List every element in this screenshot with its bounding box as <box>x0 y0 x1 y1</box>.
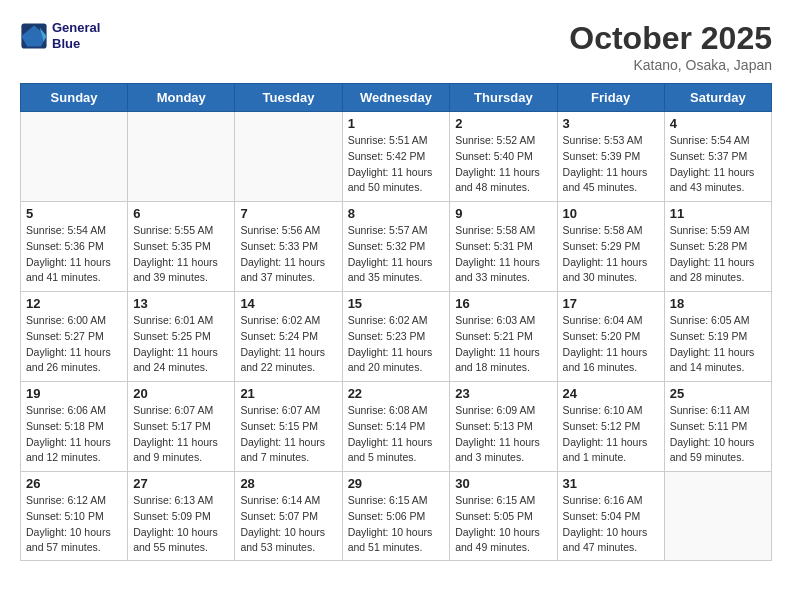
day-number: 2 <box>455 116 551 131</box>
calendar-cell: 9Sunrise: 5:58 AM Sunset: 5:31 PM Daylig… <box>450 202 557 292</box>
calendar-cell: 15Sunrise: 6:02 AM Sunset: 5:23 PM Dayli… <box>342 292 450 382</box>
calendar-cell: 18Sunrise: 6:05 AM Sunset: 5:19 PM Dayli… <box>664 292 771 382</box>
calendar-cell: 7Sunrise: 5:56 AM Sunset: 5:33 PM Daylig… <box>235 202 342 292</box>
calendar-week-row: 19Sunrise: 6:06 AM Sunset: 5:18 PM Dayli… <box>21 382 772 472</box>
calendar-cell: 3Sunrise: 5:53 AM Sunset: 5:39 PM Daylig… <box>557 112 664 202</box>
logo-line2: Blue <box>52 36 100 52</box>
day-info: Sunrise: 6:15 AM Sunset: 5:06 PM Dayligh… <box>348 493 445 556</box>
weekday-header-row: SundayMondayTuesdayWednesdayThursdayFrid… <box>21 84 772 112</box>
day-number: 21 <box>240 386 336 401</box>
day-info: Sunrise: 6:10 AM Sunset: 5:12 PM Dayligh… <box>563 403 659 466</box>
day-number: 29 <box>348 476 445 491</box>
calendar-cell: 8Sunrise: 5:57 AM Sunset: 5:32 PM Daylig… <box>342 202 450 292</box>
calendar-cell: 23Sunrise: 6:09 AM Sunset: 5:13 PM Dayli… <box>450 382 557 472</box>
logo-text: General Blue <box>52 20 100 51</box>
day-info: Sunrise: 6:01 AM Sunset: 5:25 PM Dayligh… <box>133 313 229 376</box>
day-info: Sunrise: 6:02 AM Sunset: 5:23 PM Dayligh… <box>348 313 445 376</box>
day-number: 22 <box>348 386 445 401</box>
calendar-cell <box>235 112 342 202</box>
day-info: Sunrise: 6:15 AM Sunset: 5:05 PM Dayligh… <box>455 493 551 556</box>
calendar-cell: 26Sunrise: 6:12 AM Sunset: 5:10 PM Dayli… <box>21 472 128 561</box>
day-info: Sunrise: 6:06 AM Sunset: 5:18 PM Dayligh… <box>26 403 122 466</box>
calendar-cell: 30Sunrise: 6:15 AM Sunset: 5:05 PM Dayli… <box>450 472 557 561</box>
day-info: Sunrise: 5:52 AM Sunset: 5:40 PM Dayligh… <box>455 133 551 196</box>
day-info: Sunrise: 5:53 AM Sunset: 5:39 PM Dayligh… <box>563 133 659 196</box>
day-info: Sunrise: 5:59 AM Sunset: 5:28 PM Dayligh… <box>670 223 766 286</box>
day-number: 23 <box>455 386 551 401</box>
calendar-cell: 1Sunrise: 5:51 AM Sunset: 5:42 PM Daylig… <box>342 112 450 202</box>
day-number: 19 <box>26 386 122 401</box>
day-info: Sunrise: 6:08 AM Sunset: 5:14 PM Dayligh… <box>348 403 445 466</box>
day-info: Sunrise: 6:04 AM Sunset: 5:20 PM Dayligh… <box>563 313 659 376</box>
calendar-cell: 6Sunrise: 5:55 AM Sunset: 5:35 PM Daylig… <box>128 202 235 292</box>
title-area: October 2025 Katano, Osaka, Japan <box>569 20 772 73</box>
day-info: Sunrise: 6:09 AM Sunset: 5:13 PM Dayligh… <box>455 403 551 466</box>
logo: General Blue <box>20 20 100 51</box>
day-info: Sunrise: 6:14 AM Sunset: 5:07 PM Dayligh… <box>240 493 336 556</box>
calendar-week-row: 12Sunrise: 6:00 AM Sunset: 5:27 PM Dayli… <box>21 292 772 382</box>
calendar-cell: 12Sunrise: 6:00 AM Sunset: 5:27 PM Dayli… <box>21 292 128 382</box>
page-header: General Blue October 2025 Katano, Osaka,… <box>20 20 772 73</box>
day-number: 24 <box>563 386 659 401</box>
day-number: 8 <box>348 206 445 221</box>
day-number: 11 <box>670 206 766 221</box>
calendar-week-row: 5Sunrise: 5:54 AM Sunset: 5:36 PM Daylig… <box>21 202 772 292</box>
day-number: 28 <box>240 476 336 491</box>
calendar-cell: 22Sunrise: 6:08 AM Sunset: 5:14 PM Dayli… <box>342 382 450 472</box>
weekday-header: Tuesday <box>235 84 342 112</box>
calendar-cell: 20Sunrise: 6:07 AM Sunset: 5:17 PM Dayli… <box>128 382 235 472</box>
day-info: Sunrise: 6:03 AM Sunset: 5:21 PM Dayligh… <box>455 313 551 376</box>
day-number: 6 <box>133 206 229 221</box>
logo-line1: General <box>52 20 100 36</box>
day-number: 14 <box>240 296 336 311</box>
day-number: 18 <box>670 296 766 311</box>
calendar-cell: 14Sunrise: 6:02 AM Sunset: 5:24 PM Dayli… <box>235 292 342 382</box>
weekday-header: Wednesday <box>342 84 450 112</box>
calendar-cell: 17Sunrise: 6:04 AM Sunset: 5:20 PM Dayli… <box>557 292 664 382</box>
day-number: 16 <box>455 296 551 311</box>
day-info: Sunrise: 6:07 AM Sunset: 5:15 PM Dayligh… <box>240 403 336 466</box>
day-info: Sunrise: 6:12 AM Sunset: 5:10 PM Dayligh… <box>26 493 122 556</box>
day-number: 4 <box>670 116 766 131</box>
calendar: SundayMondayTuesdayWednesdayThursdayFrid… <box>20 83 772 561</box>
day-number: 12 <box>26 296 122 311</box>
calendar-week-row: 26Sunrise: 6:12 AM Sunset: 5:10 PM Dayli… <box>21 472 772 561</box>
day-info: Sunrise: 5:58 AM Sunset: 5:31 PM Dayligh… <box>455 223 551 286</box>
day-info: Sunrise: 6:00 AM Sunset: 5:27 PM Dayligh… <box>26 313 122 376</box>
calendar-cell: 21Sunrise: 6:07 AM Sunset: 5:15 PM Dayli… <box>235 382 342 472</box>
day-number: 7 <box>240 206 336 221</box>
day-info: Sunrise: 6:07 AM Sunset: 5:17 PM Dayligh… <box>133 403 229 466</box>
day-info: Sunrise: 5:58 AM Sunset: 5:29 PM Dayligh… <box>563 223 659 286</box>
calendar-cell: 4Sunrise: 5:54 AM Sunset: 5:37 PM Daylig… <box>664 112 771 202</box>
day-number: 26 <box>26 476 122 491</box>
calendar-cell: 28Sunrise: 6:14 AM Sunset: 5:07 PM Dayli… <box>235 472 342 561</box>
calendar-cell: 29Sunrise: 6:15 AM Sunset: 5:06 PM Dayli… <box>342 472 450 561</box>
calendar-cell: 27Sunrise: 6:13 AM Sunset: 5:09 PM Dayli… <box>128 472 235 561</box>
day-number: 31 <box>563 476 659 491</box>
day-info: Sunrise: 5:57 AM Sunset: 5:32 PM Dayligh… <box>348 223 445 286</box>
weekday-header: Friday <box>557 84 664 112</box>
day-number: 25 <box>670 386 766 401</box>
location: Katano, Osaka, Japan <box>569 57 772 73</box>
day-number: 9 <box>455 206 551 221</box>
day-number: 13 <box>133 296 229 311</box>
calendar-cell <box>21 112 128 202</box>
calendar-week-row: 1Sunrise: 5:51 AM Sunset: 5:42 PM Daylig… <box>21 112 772 202</box>
day-info: Sunrise: 5:55 AM Sunset: 5:35 PM Dayligh… <box>133 223 229 286</box>
calendar-cell: 13Sunrise: 6:01 AM Sunset: 5:25 PM Dayli… <box>128 292 235 382</box>
day-number: 10 <box>563 206 659 221</box>
day-number: 5 <box>26 206 122 221</box>
day-info: Sunrise: 5:51 AM Sunset: 5:42 PM Dayligh… <box>348 133 445 196</box>
day-number: 30 <box>455 476 551 491</box>
day-number: 15 <box>348 296 445 311</box>
weekday-header: Saturday <box>664 84 771 112</box>
calendar-cell: 5Sunrise: 5:54 AM Sunset: 5:36 PM Daylig… <box>21 202 128 292</box>
day-number: 1 <box>348 116 445 131</box>
weekday-header: Sunday <box>21 84 128 112</box>
calendar-cell: 25Sunrise: 6:11 AM Sunset: 5:11 PM Dayli… <box>664 382 771 472</box>
month-title: October 2025 <box>569 20 772 57</box>
calendar-cell: 16Sunrise: 6:03 AM Sunset: 5:21 PM Dayli… <box>450 292 557 382</box>
weekday-header: Thursday <box>450 84 557 112</box>
day-info: Sunrise: 5:56 AM Sunset: 5:33 PM Dayligh… <box>240 223 336 286</box>
day-info: Sunrise: 6:13 AM Sunset: 5:09 PM Dayligh… <box>133 493 229 556</box>
